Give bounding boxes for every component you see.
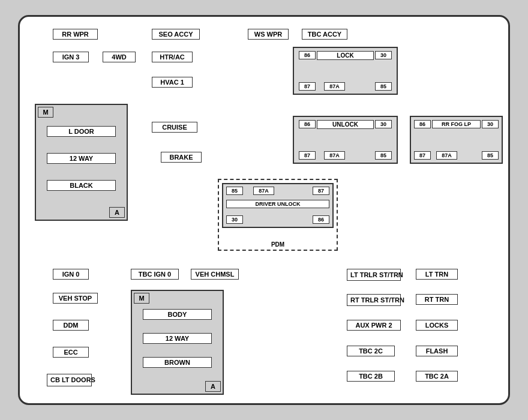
connector-left-m: M <box>38 107 53 118</box>
label-cb-lt-doors: CB LT DOORS <box>47 374 92 386</box>
label-rt-trlr: RT TRLR ST/TRN <box>347 294 401 306</box>
connector-rb-way: 12 WAY <box>143 333 212 344</box>
pdm-block: 85 87A 87 DRIVER UNLOCK 30 86 PDM <box>218 179 338 251</box>
relay-unlock-t87: 87 <box>299 151 316 160</box>
relay-lock-t30: 30 <box>375 51 392 59</box>
relay-unlock: 86 30 UNLOCK 87 87A 85 <box>293 116 398 164</box>
label-lt-trn: LT TRN <box>416 269 458 280</box>
relay-du-t87a: 87A <box>253 187 274 195</box>
relay-fog-t87a: 87A <box>436 151 457 160</box>
label-tbc-2c: TBC 2C <box>347 346 395 356</box>
label-rr-wpr: RR WPR <box>53 29 98 40</box>
connector-rb-color: BROWN <box>143 357 212 368</box>
label-lt-trlr: LT TRLR ST/TRN <box>347 269 401 281</box>
relay-unlock-t87a: 87A <box>324 151 345 160</box>
connector-left-a: A <box>109 207 125 218</box>
label-htr-ac: HTR/AC <box>152 52 193 62</box>
label-4wd: 4WD <box>103 52 136 62</box>
relay-lock: 86 30 LOCK 87 87A 85 <box>293 47 398 95</box>
relay-lock-name: LOCK <box>317 51 374 60</box>
main-container: RR WPR SEO ACCY WS WPR TBC ACCY IGN 3 4W… <box>18 15 510 405</box>
connector-left-way: 12 WAY <box>47 153 116 164</box>
relay-lock-t86: 86 <box>299 51 316 59</box>
relay-fog-name: RR FOG LP <box>432 120 481 128</box>
label-ign3: IGN 3 <box>53 52 89 62</box>
connector-left-color: BLACK <box>47 180 116 191</box>
label-tbc-ign0: TBC IGN 0 <box>131 269 179 280</box>
relay-unlock-name: UNLOCK <box>317 120 374 129</box>
relay-du-t30: 30 <box>226 215 243 224</box>
connector-left: M L DOOR 12 WAY BLACK A <box>35 104 128 221</box>
relay-fog-t86: 86 <box>414 120 431 128</box>
relay-driver-unlock: 85 87A 87 DRIVER UNLOCK 30 86 <box>222 183 334 228</box>
relay-unlock-t85: 85 <box>375 151 392 160</box>
label-locks: LOCKS <box>416 320 458 331</box>
label-veh-chmsl: VEH CHMSL <box>191 269 239 280</box>
relay-unlock-t86: 86 <box>299 120 316 128</box>
relay-rr-fog: 86 30 RR FOG LP 87 87A 85 <box>410 116 503 164</box>
relay-du-name: DRIVER UNLOCK <box>226 200 329 208</box>
label-ws-wpr: WS WPR <box>248 29 289 40</box>
relay-lock-t87a: 87A <box>324 82 345 91</box>
pdm-label: PDM <box>271 241 284 248</box>
relay-fog-t85: 85 <box>482 151 499 160</box>
relay-unlock-t30: 30 <box>375 120 392 128</box>
relay-du-t87: 87 <box>313 187 329 195</box>
label-tbc-accy: TBC ACCY <box>302 29 347 40</box>
relay-du-t86: 86 <box>313 215 329 224</box>
label-seo-accy: SEO ACCY <box>152 29 200 40</box>
relay-lock-t87: 87 <box>299 82 316 91</box>
label-flash: FLASH <box>416 346 458 356</box>
relay-du-t85: 85 <box>226 187 243 195</box>
label-tbc-2b: TBC 2B <box>347 371 395 382</box>
label-veh-stop: VEH STOP <box>53 293 98 304</box>
connector-rb-m: M <box>134 293 149 304</box>
relay-fog-t30: 30 <box>482 120 499 128</box>
label-ddm: DDM <box>53 320 89 331</box>
connector-left-title: L DOOR <box>47 126 116 137</box>
label-tbc-2a: TBC 2A <box>416 371 458 382</box>
connector-rb-a: A <box>205 381 221 392</box>
label-aux-pwr2: AUX PWR 2 <box>347 320 401 331</box>
relay-lock-t85: 85 <box>375 82 392 91</box>
label-ign0: IGN 0 <box>53 269 89 280</box>
connector-rb-title: BODY <box>143 309 212 320</box>
connector-right-bottom: M BODY 12 WAY BROWN A <box>131 290 224 395</box>
label-hvac1: HVAC 1 <box>152 77 193 88</box>
relay-fog-t87: 87 <box>414 151 431 160</box>
label-brake: BRAKE <box>161 152 202 163</box>
label-ecc: ECC <box>53 347 89 358</box>
label-cruise: CRUISE <box>152 122 197 133</box>
label-rt-trn: RT TRN <box>416 294 458 305</box>
